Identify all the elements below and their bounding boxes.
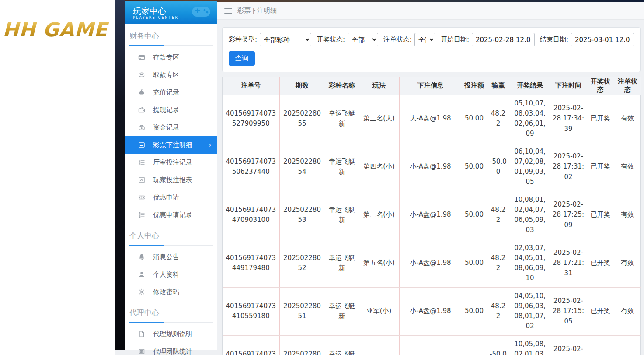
- sidebar-item-label: 修改密码: [153, 288, 179, 296]
- player-center-page: HH GAME 玩家中心 PLAYERS CENTER 财务中心存款专区取款专区…: [0, 0, 644, 355]
- topbar: 彩票下注明细: [217, 2, 644, 20]
- lottery-type-select[interactable]: 全部彩种: [260, 33, 311, 46]
- bet-cell: 小-A盘@1.98: [399, 191, 462, 239]
- sidebar-item-label: 存款专区: [153, 53, 179, 62]
- bet-cell: 02,03,07,04,05,01,08,06,09,10: [510, 239, 550, 287]
- sidebar-item[interactable]: 消息公告: [125, 248, 217, 266]
- sidebar-title: 玩家中心: [133, 6, 179, 16]
- bet-cell: 50.00: [462, 287, 487, 335]
- sidebar-item[interactable]: 修改密码: [125, 283, 217, 301]
- draw-status-label: 开奖状态:: [317, 35, 345, 44]
- bet-cell: 2025-02-28 17:31:02: [550, 143, 587, 191]
- table-header-row: 注单号期数彩种名称玩法下注信息投注额输赢开奖结果下注时间开奖状态注单状态: [223, 77, 641, 95]
- bet-table-row: 40156917407341055918020250228051幸运飞艇新亚军(…: [223, 287, 641, 335]
- bet-cell: -50.00: [487, 335, 510, 355]
- sidebar-item[interactable]: 代理团队统计: [125, 343, 217, 355]
- bet-cell: 幸运飞艇新: [325, 335, 359, 355]
- bet-cell: 幸运飞艇新: [325, 191, 359, 239]
- logo-panel: HH GAME: [0, 0, 115, 355]
- bet-cell: 20250228050: [279, 335, 325, 355]
- document-icon: [138, 330, 145, 337]
- page-title: 彩票下注明细: [237, 7, 277, 15]
- bet-cell: 50.00: [462, 335, 487, 355]
- records-list-icon: [138, 211, 145, 218]
- bet-cell: 已开奖: [587, 335, 614, 355]
- sidebar-item-label: 玩家投注报表: [153, 176, 192, 184]
- sidebar-section-title: 财务中心: [129, 31, 217, 41]
- sidebar-item[interactable]: 彩票下注明细›: [125, 136, 217, 154]
- bet-cell: 大-A盘@1.98: [399, 335, 462, 355]
- sidebar-item[interactable]: 个人资料: [125, 266, 217, 283]
- bet-cell: 幸运飞艇新: [325, 287, 359, 335]
- sidebar-item[interactable]: 玩家投注报表: [125, 171, 217, 189]
- order-status-select[interactable]: 全部: [414, 33, 435, 46]
- bet-cell: 50.00: [462, 143, 487, 191]
- bet-cell: 2025-02-28 17:21:31: [550, 239, 587, 287]
- bet-cell: 小-A盘@1.98: [399, 239, 462, 287]
- records-list-icon: [138, 159, 145, 166]
- gamepad-icon: [191, 4, 211, 18]
- end-date-input[interactable]: [571, 33, 634, 46]
- sidebar-item[interactable]: 存款专区: [125, 49, 217, 66]
- bet-cell: 幸运飞艇新: [325, 239, 359, 287]
- bet-cell: 401569174073506237440: [223, 143, 279, 191]
- column-header: 投注额: [462, 77, 487, 95]
- menu-toggle-icon[interactable]: [224, 8, 232, 14]
- bet-cell: 20250228053: [279, 191, 325, 239]
- bet-table-row: 40156917407347090310020250228053幸运飞艇新第三名…: [223, 191, 641, 239]
- bet-table-row: 40156917407350623744020250228054幸运飞艇新第四名…: [223, 143, 641, 191]
- main-area: 彩票下注明细 彩种类型: 全部彩种 开奖状态: 全部 注单状态:: [217, 2, 644, 350]
- sidebar-item[interactable]: 优惠申请记录: [125, 206, 217, 224]
- column-header: 玩法: [359, 77, 399, 95]
- sidebar-item[interactable]: 优惠申请: [125, 189, 217, 206]
- sidebar-item[interactable]: 代理规则说明: [125, 325, 217, 343]
- sidebar: 玩家中心 PLAYERS CENTER 财务中心存款专区取款专区充值记录提现记录…: [125, 1, 217, 350]
- bet-list-icon: [138, 141, 145, 148]
- bet-cell: 04,05,10,09,06,03,08,01,07,02: [510, 287, 550, 335]
- draw-status-select[interactable]: 全部: [348, 33, 378, 46]
- bet-cell: 已开奖: [587, 95, 614, 143]
- sidebar-item[interactable]: 资金记录: [125, 119, 217, 136]
- bet-cell: 10,05,08,02,01,03,04,06,07,09: [510, 335, 550, 355]
- bet-cell: 有效: [614, 335, 641, 355]
- sidebar-item-label: 厅室投注记录: [153, 158, 192, 167]
- bet-cell: 48.22: [487, 95, 510, 143]
- sidebar-item-label: 取款专区: [153, 71, 179, 79]
- start-date-input[interactable]: [472, 33, 535, 46]
- bet-cell: 亚军(大): [359, 335, 399, 355]
- bet-cell: 401569174073410559180: [223, 287, 279, 335]
- bet-cell: 401569174073449179480: [223, 239, 279, 287]
- filter-panel: 彩种类型: 全部彩种 开奖状态: 全部 注单状态: 全部 开始日期:: [222, 27, 641, 72]
- purse-icon: [138, 124, 145, 131]
- bet-cell: 第三名(大): [359, 95, 399, 143]
- column-header: 下注时间: [550, 77, 587, 95]
- bet-cell: 小-A盘@1.98: [399, 287, 462, 335]
- bet-cell: 401569174073527909950: [223, 95, 279, 143]
- bet-cell: 有效: [614, 239, 641, 287]
- bet-cell: 已开奖: [587, 287, 614, 335]
- bet-cell: 2025-02-28 17:15:05: [550, 287, 587, 335]
- end-date-label: 结束日期:: [540, 35, 568, 44]
- bets-table-card: 注单号期数彩种名称玩法下注信息投注额输赢开奖结果下注时间开奖状态注单状态 401…: [222, 77, 641, 355]
- bet-cell: 05,10,07,08,03,04,02,06,01,09: [510, 95, 550, 143]
- sidebar-item[interactable]: 提现记录: [125, 101, 217, 119]
- search-button[interactable]: 查询: [229, 51, 255, 66]
- section-divider: [129, 245, 213, 246]
- sidebar-item[interactable]: 取款专区: [125, 66, 217, 84]
- sidebar-item[interactable]: 厅室投注记录: [125, 154, 217, 171]
- bet-cell: 20250228054: [279, 143, 325, 191]
- bet-cell: 小-A盘@1.98: [399, 143, 462, 191]
- chevron-right-icon: ›: [209, 141, 211, 148]
- wallet-icon: [138, 106, 145, 113]
- bet-cell: 20250228051: [279, 287, 325, 335]
- bet-cell: 06,10,04,07,02,08,01,09,03,05: [510, 143, 550, 191]
- bet-cell: 20250228055: [279, 95, 325, 143]
- bet-cell: 第五名(小): [359, 239, 399, 287]
- sidebar-section-title: 个人中心: [129, 231, 217, 241]
- sidebar-item-label: 提现记录: [153, 106, 179, 114]
- bet-cell: 有效: [614, 143, 641, 191]
- sidebar-item-label: 充值记录: [153, 88, 179, 97]
- sidebar-item[interactable]: 充值记录: [125, 84, 217, 101]
- bank-card-icon: [138, 54, 145, 61]
- bet-cell: 20250228052: [279, 239, 325, 287]
